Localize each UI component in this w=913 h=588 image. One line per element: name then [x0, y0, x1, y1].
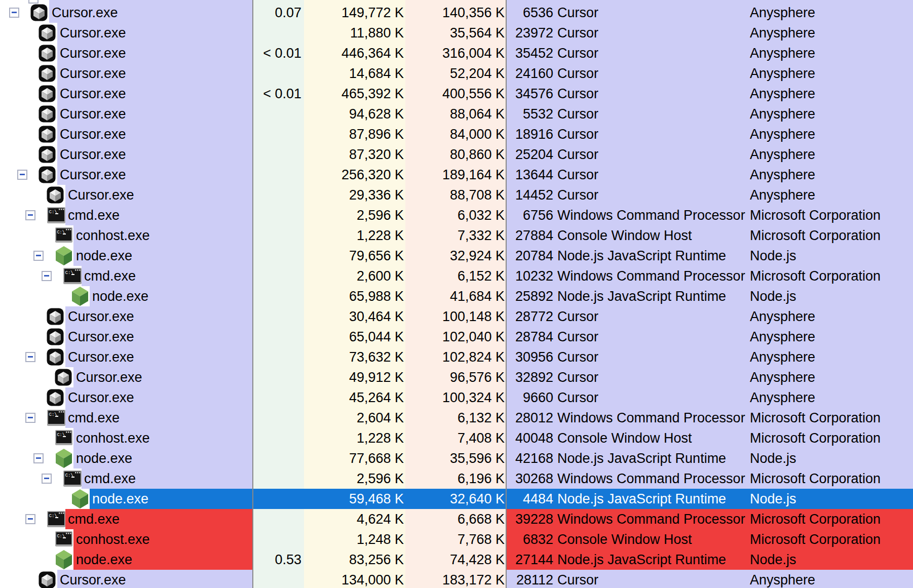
- private-bytes-value: 149,772 K: [304, 3, 404, 23]
- description-text: Cursor: [557, 43, 598, 63]
- pid-value: 6756: [507, 205, 553, 225]
- working-set-value: 52,204 K: [405, 63, 505, 84]
- cpu-value: 0.53: [253, 550, 301, 570]
- working-set-value: 6,032 K: [405, 205, 505, 225]
- pid-value: 39228: [507, 509, 553, 529]
- node-process-icon: [55, 448, 73, 468]
- process-row[interactable]: Cursor.exe14,684 K52,204 K24160CursorAny…: [0, 63, 913, 84]
- description-text: Cursor: [557, 63, 598, 84]
- process-row[interactable]: C:\ cmd.exe2,600 K6,152 K10232Windows Co…: [0, 266, 913, 286]
- description-text: Node.js JavaScript Runtime: [557, 246, 726, 266]
- collapse-minus-box[interactable]: [17, 170, 27, 180]
- company-name-text: Anysphere: [750, 387, 815, 408]
- process-row[interactable]: Cursor.exe134,000 K183,172 K28112CursorA…: [0, 570, 913, 588]
- cursor-process-icon: [39, 65, 56, 82]
- company-name-text: Anysphere: [750, 63, 815, 84]
- process-column-separator[interactable]: [252, 0, 253, 588]
- process-row[interactable]: Cursor.exe256,320 K189,164 K13644CursorA…: [0, 165, 913, 185]
- cursor-process-icon: [47, 348, 64, 366]
- description-text: Cursor: [557, 347, 598, 367]
- process-row[interactable]: Cursor.exe< 0.01465,392 K400,556 K34576C…: [0, 84, 913, 104]
- description-text: Console Window Host: [557, 529, 692, 550]
- process-name: Cursor.exe: [68, 185, 134, 205]
- process-row[interactable]: C:\ conhost.exe1,248 K7,768 K6832Console…: [0, 529, 913, 550]
- process-name: Cursor.exe: [76, 367, 142, 387]
- process-row[interactable]: Cursor.exe87,320 K80,860 K25204CursorAny…: [0, 144, 913, 165]
- pid-value: 14452: [507, 185, 553, 205]
- process-name: Cursor.exe: [68, 306, 134, 327]
- process-row[interactable]: Cursor.exe45,264 K100,324 K9660CursorAny…: [0, 387, 913, 408]
- process-row[interactable]: node.exe77,668 K35,596 K42168Node.js Jav…: [0, 448, 913, 468]
- process-row[interactable]: Cursor.exe0.07149,772 K140,356 K6536Curs…: [0, 3, 913, 23]
- process-row[interactable]: C:\ cmd.exe2,604 K6,132 K28012Windows Co…: [0, 408, 913, 428]
- process-row[interactable]: Cursor.exe49,912 K96,576 K32892CursorAny…: [0, 367, 913, 387]
- private-bytes-value: 2,600 K: [304, 266, 404, 286]
- collapse-minus-box[interactable]: [25, 210, 35, 220]
- process-row[interactable]: node.exe59,468 K32,640 K4484Node.js Java…: [0, 489, 913, 509]
- process-row[interactable]: Cursor.exe65,044 K102,040 K28784CursorAn…: [0, 327, 913, 347]
- process-row[interactable]: C:\ conhost.exe1,228 K7,408 K40048Consol…: [0, 428, 913, 448]
- company-name-text: Microsoft Corporation: [750, 428, 881, 448]
- working-set-value: 140,356 K: [405, 3, 505, 23]
- process-name: node.exe: [92, 489, 148, 509]
- pid-value: 32892: [507, 367, 553, 387]
- description-text: Node.js JavaScript Runtime: [557, 550, 726, 570]
- cursor-process-icon: [39, 85, 56, 102]
- process-row[interactable]: C:\ cmd.exe2,596 K6,032 K6756Windows Com…: [0, 205, 913, 225]
- description-text: Cursor: [557, 185, 598, 205]
- working-set-value: 183,172 K: [405, 570, 505, 588]
- conhost-process-icon: C:\: [55, 429, 73, 446]
- pid-value: 42168: [507, 448, 553, 468]
- cursor-process-icon: [39, 126, 56, 143]
- pid-value: 28012: [507, 408, 553, 428]
- collapse-minus-box[interactable]: [33, 251, 44, 261]
- pid-value: 6536: [507, 3, 553, 23]
- process-row[interactable]: Cursor.exe29,336 K88,708 K14452CursorAny…: [0, 185, 913, 205]
- collapse-minus-box[interactable]: [33, 453, 44, 463]
- cursor-process-icon: [47, 186, 64, 204]
- working-set-value: 100,324 K: [405, 387, 505, 408]
- company-name-text: Anysphere: [750, 165, 815, 185]
- pid-value: 6832: [507, 529, 553, 550]
- process-row[interactable]: C:\ conhost.exe1,228 K7,332 K27884Consol…: [0, 225, 913, 246]
- private-bytes-value: 30,464 K: [304, 306, 404, 327]
- process-row[interactable]: C:\ cmd.exe2,596 K6,196 K30268Windows Co…: [0, 468, 913, 489]
- working-set-value: 102,040 K: [405, 327, 505, 347]
- private-bytes-value: 87,320 K: [304, 144, 404, 165]
- company-name-text: Microsoft Corporation: [750, 266, 881, 286]
- collapse-minus-box[interactable]: [25, 413, 35, 423]
- process-row[interactable]: node.exe79,656 K32,924 K20784Node.js Jav…: [0, 246, 913, 266]
- process-row[interactable]: node.exe0.5383,256 K74,428 K27144Node.js…: [0, 550, 913, 570]
- collapse-minus-box[interactable]: [25, 514, 35, 524]
- pid-value: 13644: [507, 165, 553, 185]
- working-set-value: 41,684 K: [405, 286, 505, 306]
- process-row[interactable]: Cursor.exe11,880 K35,564 K23972CursorAny…: [0, 23, 913, 43]
- collapse-minus-box[interactable]: [42, 474, 52, 484]
- company-name-text: Anysphere: [750, 84, 815, 104]
- process-row[interactable]: Cursor.exe87,896 K84,000 K18916CursorAny…: [0, 124, 913, 144]
- private-bytes-value: 134,000 K: [304, 570, 404, 588]
- process-name: cmd.exe: [68, 509, 120, 529]
- collapse-minus-box[interactable]: [25, 352, 35, 362]
- process-row[interactable]: C:\ cmd.exe4,624 K6,668 K39228Windows Co…: [0, 509, 913, 529]
- expand-collapse-box[interactable]: [28, 0, 39, 4]
- cmd-process-icon: C:\: [63, 470, 82, 487]
- pid-value: 24160: [507, 63, 553, 84]
- working-set-value: 7,408 K: [405, 428, 505, 448]
- process-row[interactable]: Cursor.exe< 0.01446,364 K316,004 K35452C…: [0, 43, 913, 63]
- collapse-minus-box[interactable]: [42, 271, 52, 281]
- process-row[interactable]: Cursor.exe73,632 K102,824 K30956CursorAn…: [0, 347, 913, 367]
- process-row[interactable]: node.exe65,988 K41,684 K25892Node.js Jav…: [0, 286, 913, 306]
- pid-value: 5532: [507, 104, 553, 124]
- process-row[interactable]: Cursor.exe30,464 K100,148 K28772CursorAn…: [0, 306, 913, 327]
- description-text: Cursor: [557, 165, 598, 185]
- process-row[interactable]: Cursor.exe94,628 K88,064 K5532CursorAnys…: [0, 104, 913, 124]
- working-set-column-separator[interactable]: [506, 0, 507, 588]
- working-set-value: 96,576 K: [405, 367, 505, 387]
- process-name: cmd.exe: [68, 408, 120, 428]
- working-set-value: 7,332 K: [405, 225, 505, 246]
- pid-value: 28772: [507, 306, 553, 327]
- collapse-minus-box[interactable]: [9, 8, 19, 18]
- company-name-text: Anysphere: [750, 185, 815, 205]
- pid-value: 27144: [507, 550, 553, 570]
